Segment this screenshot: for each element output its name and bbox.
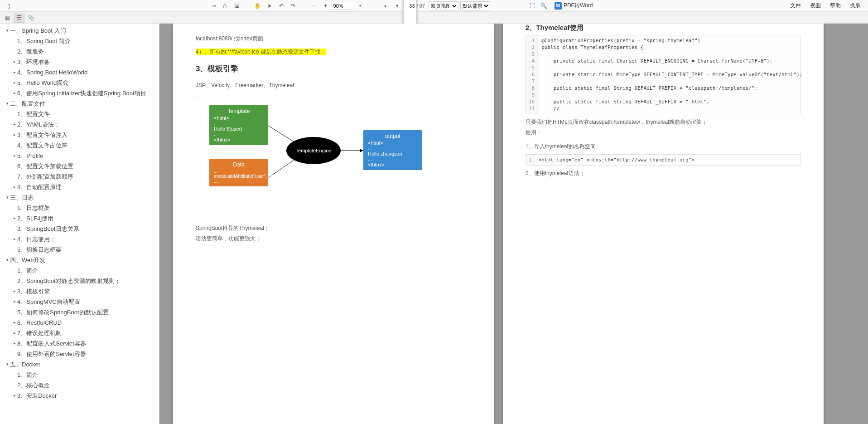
- outline-item[interactable]: 1、日志框架: [0, 203, 159, 213]
- outline-toggle-icon[interactable]: ▸: [12, 78, 17, 87]
- rotate-ccw-icon[interactable]: ↶: [277, 1, 286, 10]
- zoom-in-icon[interactable]: +: [321, 1, 330, 10]
- outline-item[interactable]: ▸3、配置文件值注入: [0, 130, 159, 140]
- next-page-icon[interactable]: ▼: [393, 1, 402, 10]
- outline-label: 3、配置文件值注入: [17, 131, 68, 139]
- open-icon[interactable]: ⇥: [209, 1, 218, 10]
- outline-toggle-icon[interactable]: ▸: [12, 89, 17, 97]
- outline-toggle-icon[interactable]: ▸: [12, 235, 17, 244]
- outline-item[interactable]: 1、简介: [0, 370, 159, 380]
- outline-toggle-icon[interactable]: ▾: [5, 256, 10, 264]
- outline-item[interactable]: 3、SpringBoot日志关系: [0, 224, 159, 234]
- outline-item[interactable]: ▸8、自动配置原理: [0, 182, 159, 192]
- outline-item[interactable]: ▸4、日志使用；: [0, 234, 159, 244]
- outline-label: 7、错误处理机制: [17, 329, 62, 337]
- outline-item[interactable]: ▾二、配置文件: [0, 98, 159, 109]
- page-viewport[interactable]: localhost:8080/ 找index页面 4）、所有的 **/favic…: [159, 24, 868, 424]
- outline-item[interactable]: ▸5、Hello World探究: [0, 78, 159, 88]
- outline-item[interactable]: ▸3、安装Docker: [0, 390, 159, 401]
- zoom-out-icon[interactable]: −: [309, 1, 318, 10]
- outline-toggle-icon[interactable]: ▸: [12, 329, 17, 337]
- outline-item[interactable]: 1、简介: [0, 265, 159, 276]
- outline-toggle-icon[interactable]: ▸: [12, 120, 17, 129]
- svg-marker-3: [360, 149, 363, 152]
- outline-item[interactable]: ▸8、配置嵌入式Servlet容器: [0, 338, 159, 349]
- hand-tool-icon[interactable]: ✋: [253, 1, 262, 10]
- menu-help[interactable]: 帮助: [830, 2, 841, 10]
- outline-label: 2、SpringBoot对静态资源的映射规则；: [17, 277, 121, 285]
- outline-item[interactable]: 9、使用外置的Servlet容器: [0, 349, 159, 359]
- outline-item[interactable]: 2、微服务: [0, 46, 159, 57]
- fullscreen-icon[interactable]: ⛶: [528, 1, 537, 10]
- outline-item[interactable]: 1、配置文件: [0, 109, 159, 119]
- outline-toggle-icon[interactable]: ▸: [12, 339, 17, 348]
- outline-toggle-icon[interactable]: ▾: [5, 193, 10, 202]
- outline-toggle-icon[interactable]: ▸: [12, 151, 17, 160]
- rotate-cw-icon[interactable]: ↷: [289, 1, 298, 10]
- outline-item[interactable]: 7、外部配置加载顺序: [0, 171, 159, 182]
- page-total: / 87: [417, 3, 425, 9]
- spread-select[interactable]: 双页视图: [429, 1, 458, 10]
- outline-item[interactable]: 2、核心概念: [0, 380, 159, 390]
- outline-label: 5、Hello World探究: [17, 78, 68, 87]
- background-select[interactable]: 默认背景: [460, 1, 490, 10]
- sidebar-toggle-icon[interactable]: ▯: [4, 1, 13, 10]
- outline-toggle-icon[interactable]: ▸: [12, 131, 17, 139]
- outline-item[interactable]: 5、如何修改SpringBoot的默认配置: [0, 307, 159, 317]
- outline-item[interactable]: ▸6、RestfulCRUD: [0, 317, 159, 328]
- outline-toggle-icon[interactable]: ▸: [12, 68, 17, 77]
- outline-label: 6、配置文件加载位置: [17, 162, 73, 171]
- outline-toggle-icon[interactable]: ▸: [12, 318, 17, 327]
- prev-page-icon[interactable]: ▲: [381, 1, 390, 10]
- menu-view[interactable]: 视图: [810, 2, 821, 10]
- save-icon[interactable]: 🖫: [232, 1, 241, 10]
- outline-item[interactable]: ▸4、SpringMVC自动配置: [0, 297, 159, 307]
- text-line: 只要我们把HTML页面放在classpath:/templates/，thyme…: [526, 117, 801, 127]
- outline-item[interactable]: 6、配置文件加载位置: [0, 161, 159, 171]
- zoom-input[interactable]: [332, 2, 354, 10]
- menu-file[interactable]: 文件: [790, 2, 801, 10]
- outline-item[interactable]: ▾三、日志: [0, 192, 159, 203]
- search-icon[interactable]: 🔍: [540, 1, 549, 10]
- outline-toggle-icon[interactable]: ▸: [12, 391, 17, 400]
- outline-item[interactable]: ▸3、环境准备: [0, 57, 159, 67]
- outline-item[interactable]: 5、切换日志框架: [0, 244, 159, 255]
- outline-label: 8、自动配置原理: [17, 183, 62, 191]
- code-block: 1 <html lang="en" xmlns:th="http://www.t…: [526, 154, 801, 166]
- outline-toggle-icon[interactable]: ▸: [12, 183, 17, 191]
- outline-item[interactable]: ▸6、使用Spring Initializer快速创建Spring Boot项目: [0, 88, 159, 98]
- thumbnails-tab-icon[interactable]: ▦: [2, 13, 13, 23]
- outline-toggle-icon[interactable]: ▸: [12, 214, 17, 223]
- pdf-to-word-button[interactable]: W PDF转Word: [555, 2, 593, 10]
- outline-item[interactable]: 2、SpringBoot对静态资源的映射规则；: [0, 276, 159, 286]
- outline-item[interactable]: ▾五、Docker: [0, 359, 159, 370]
- outline-toggle-icon[interactable]: ▸: [12, 287, 17, 296]
- outline-item[interactable]: ▸2、SLF4j使用: [0, 213, 159, 224]
- outline-item[interactable]: 4、配置文件占位符: [0, 140, 159, 151]
- outline-item[interactable]: ▸4、Spring Boot HelloWorld: [0, 67, 159, 78]
- outline-label: 三、日志: [10, 193, 34, 202]
- outline-item[interactable]: ▾四、Web开发: [0, 255, 159, 265]
- print-icon[interactable]: ⎙: [221, 1, 230, 10]
- menu-skin[interactable]: 换肤: [850, 2, 861, 10]
- outline-toggle-icon[interactable]: ▸: [12, 297, 17, 306]
- outline-item[interactable]: ▸3、模板引擎: [0, 286, 159, 297]
- outline-item[interactable]: ▸2、YAML语法：: [0, 119, 159, 130]
- outline-item[interactable]: 1、Spring Boot 简介: [0, 36, 159, 46]
- zoom-dropdown-icon[interactable]: ▾: [356, 1, 365, 10]
- outline-item[interactable]: ▾一、Spring Boot 入门: [0, 25, 159, 36]
- outline-toggle-icon[interactable]: ▾: [5, 99, 10, 108]
- outline-item[interactable]: ▸7、错误处理机制: [0, 328, 159, 338]
- outline-label: 1、Spring Boot 简介: [17, 37, 71, 45]
- sidebar-tabs: ▦ ☰ 📎: [0, 12, 868, 24]
- outline-toggle-icon[interactable]: ▸: [12, 58, 17, 66]
- select-tool-icon[interactable]: ➤: [265, 1, 274, 10]
- outline-toggle-icon[interactable]: ▾: [5, 26, 10, 35]
- outline-tab-icon[interactable]: ☰: [14, 13, 24, 23]
- outline-toggle-icon[interactable]: ▾: [5, 360, 10, 369]
- outline-label: 2、YAML语法：: [17, 120, 60, 129]
- attachments-tab-icon[interactable]: 📎: [25, 13, 36, 23]
- outline-sidebar[interactable]: ▾一、Spring Boot 入门1、Spring Boot 简介2、微服务▸3…: [0, 24, 159, 424]
- outline-item[interactable]: ▸5、Profile: [0, 151, 159, 161]
- outline-label: 1、日志框架: [17, 204, 50, 212]
